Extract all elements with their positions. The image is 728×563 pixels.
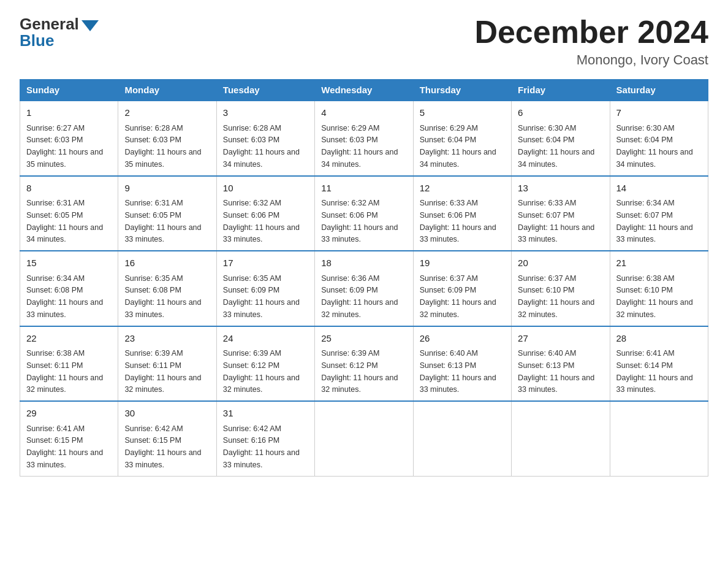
day-number: 19 xyxy=(420,256,505,270)
day-info: Sunrise: 6:30 AMSunset: 6:04 PMDaylight:… xyxy=(518,124,594,169)
day-number: 7 xyxy=(616,106,702,120)
calendar-cell: 1Sunrise: 6:27 AMSunset: 6:03 PMDaylight… xyxy=(20,101,118,176)
header-thursday: Thursday xyxy=(413,80,511,101)
calendar-cell: 26Sunrise: 6:40 AMSunset: 6:13 PMDayligh… xyxy=(413,326,511,402)
calendar-cell: 12Sunrise: 6:33 AMSunset: 6:06 PMDayligh… xyxy=(413,176,511,251)
day-info: Sunrise: 6:34 AMSunset: 6:08 PMDaylight:… xyxy=(26,274,103,319)
day-number: 26 xyxy=(420,332,505,346)
calendar-cell: 9Sunrise: 6:31 AMSunset: 6:05 PMDaylight… xyxy=(118,176,216,251)
calendar-table: SundayMondayTuesdayWednesdayThursdayFrid… xyxy=(20,79,708,477)
calendar-cell: 21Sunrise: 6:38 AMSunset: 6:10 PMDayligh… xyxy=(610,251,708,326)
day-info: Sunrise: 6:39 AMSunset: 6:12 PMDaylight:… xyxy=(223,349,300,394)
calendar-cell: 5Sunrise: 6:29 AMSunset: 6:04 PMDaylight… xyxy=(413,101,511,176)
title-area: December 2024 Monongo, Ivory Coast xyxy=(474,15,708,68)
calendar-week-row: 22Sunrise: 6:38 AMSunset: 6:11 PMDayligh… xyxy=(20,326,708,402)
calendar-week-row: 1Sunrise: 6:27 AMSunset: 6:03 PMDaylight… xyxy=(20,101,708,176)
day-number: 10 xyxy=(223,182,308,196)
day-info: Sunrise: 6:29 AMSunset: 6:04 PMDaylight:… xyxy=(420,124,496,169)
calendar-cell: 8Sunrise: 6:31 AMSunset: 6:05 PMDaylight… xyxy=(20,176,118,251)
day-number: 18 xyxy=(321,256,406,270)
location-subtitle: Monongo, Ivory Coast xyxy=(474,52,708,68)
calendar-cell: 29Sunrise: 6:41 AMSunset: 6:15 PMDayligh… xyxy=(20,401,118,476)
day-number: 24 xyxy=(223,332,308,346)
day-info: Sunrise: 6:39 AMSunset: 6:11 PMDaylight:… xyxy=(124,349,201,394)
day-number: 2 xyxy=(124,106,210,120)
day-info: Sunrise: 6:31 AMSunset: 6:05 PMDaylight:… xyxy=(124,199,201,243)
page-title: December 2024 xyxy=(474,15,708,50)
calendar-cell: 22Sunrise: 6:38 AMSunset: 6:11 PMDayligh… xyxy=(20,326,118,402)
day-number: 30 xyxy=(124,407,210,421)
day-number: 9 xyxy=(124,182,210,196)
calendar-week-row: 8Sunrise: 6:31 AMSunset: 6:05 PMDaylight… xyxy=(20,176,708,251)
header-monday: Monday xyxy=(118,80,216,101)
day-info: Sunrise: 6:35 AMSunset: 6:09 PMDaylight:… xyxy=(223,274,300,319)
day-info: Sunrise: 6:32 AMSunset: 6:06 PMDaylight:… xyxy=(321,199,398,243)
calendar-cell: 7Sunrise: 6:30 AMSunset: 6:04 PMDaylight… xyxy=(610,101,708,176)
day-info: Sunrise: 6:42 AMSunset: 6:16 PMDaylight:… xyxy=(223,424,300,469)
day-info: Sunrise: 6:38 AMSunset: 6:10 PMDaylight:… xyxy=(616,274,693,319)
day-number: 6 xyxy=(518,106,603,120)
day-number: 3 xyxy=(223,106,308,120)
day-info: Sunrise: 6:40 AMSunset: 6:13 PMDaylight:… xyxy=(518,349,594,394)
day-info: Sunrise: 6:28 AMSunset: 6:03 PMDaylight:… xyxy=(223,124,300,169)
day-number: 5 xyxy=(420,106,505,120)
page-header: General Blue December 2024 Monongo, Ivor… xyxy=(20,15,708,68)
calendar-cell: 17Sunrise: 6:35 AMSunset: 6:09 PMDayligh… xyxy=(216,251,314,326)
day-number: 1 xyxy=(26,106,112,120)
calendar-cell: 10Sunrise: 6:32 AMSunset: 6:06 PMDayligh… xyxy=(216,176,314,251)
header-saturday: Saturday xyxy=(610,80,708,101)
day-number: 29 xyxy=(26,407,112,421)
day-info: Sunrise: 6:41 AMSunset: 6:14 PMDaylight:… xyxy=(616,349,693,394)
logo-arrow-icon xyxy=(82,20,99,31)
calendar-cell: 2Sunrise: 6:28 AMSunset: 6:03 PMDaylight… xyxy=(118,101,216,176)
calendar-cell: 28Sunrise: 6:41 AMSunset: 6:14 PMDayligh… xyxy=(610,326,708,402)
day-number: 28 xyxy=(616,332,702,346)
day-number: 17 xyxy=(223,256,308,270)
day-info: Sunrise: 6:42 AMSunset: 6:15 PMDaylight:… xyxy=(124,424,201,469)
calendar-header-row: SundayMondayTuesdayWednesdayThursdayFrid… xyxy=(20,80,708,101)
day-number: 8 xyxy=(26,182,112,196)
header-sunday: Sunday xyxy=(20,80,118,101)
day-info: Sunrise: 6:39 AMSunset: 6:12 PMDaylight:… xyxy=(321,349,398,394)
calendar-cell xyxy=(315,401,413,476)
calendar-cell: 13Sunrise: 6:33 AMSunset: 6:07 PMDayligh… xyxy=(512,176,610,251)
day-info: Sunrise: 6:38 AMSunset: 6:11 PMDaylight:… xyxy=(26,349,103,394)
calendar-cell xyxy=(610,401,708,476)
calendar-cell: 25Sunrise: 6:39 AMSunset: 6:12 PMDayligh… xyxy=(315,326,413,402)
day-info: Sunrise: 6:33 AMSunset: 6:07 PMDaylight:… xyxy=(518,199,594,243)
day-number: 14 xyxy=(616,182,702,196)
day-number: 16 xyxy=(124,256,210,270)
calendar-cell: 6Sunrise: 6:30 AMSunset: 6:04 PMDaylight… xyxy=(512,101,610,176)
calendar-week-row: 15Sunrise: 6:34 AMSunset: 6:08 PMDayligh… xyxy=(20,251,708,326)
calendar-cell xyxy=(413,401,511,476)
day-info: Sunrise: 6:37 AMSunset: 6:10 PMDaylight:… xyxy=(518,274,594,319)
header-tuesday: Tuesday xyxy=(216,80,314,101)
calendar-cell: 23Sunrise: 6:39 AMSunset: 6:11 PMDayligh… xyxy=(118,326,216,402)
calendar-week-row: 29Sunrise: 6:41 AMSunset: 6:15 PMDayligh… xyxy=(20,401,708,476)
calendar-cell: 4Sunrise: 6:29 AMSunset: 6:03 PMDaylight… xyxy=(315,101,413,176)
calendar-cell xyxy=(512,401,610,476)
day-number: 15 xyxy=(26,256,112,270)
calendar-cell: 16Sunrise: 6:35 AMSunset: 6:08 PMDayligh… xyxy=(118,251,216,326)
day-number: 22 xyxy=(26,332,112,346)
day-number: 20 xyxy=(518,256,603,270)
calendar-cell: 18Sunrise: 6:36 AMSunset: 6:09 PMDayligh… xyxy=(315,251,413,326)
calendar-cell: 30Sunrise: 6:42 AMSunset: 6:15 PMDayligh… xyxy=(118,401,216,476)
calendar-cell: 20Sunrise: 6:37 AMSunset: 6:10 PMDayligh… xyxy=(512,251,610,326)
day-number: 27 xyxy=(518,332,603,346)
day-info: Sunrise: 6:28 AMSunset: 6:03 PMDaylight:… xyxy=(124,124,201,169)
day-info: Sunrise: 6:29 AMSunset: 6:03 PMDaylight:… xyxy=(321,124,398,169)
day-number: 13 xyxy=(518,182,603,196)
logo: General Blue xyxy=(20,15,99,50)
day-info: Sunrise: 6:35 AMSunset: 6:08 PMDaylight:… xyxy=(124,274,201,319)
logo-blue-text: Blue xyxy=(20,31,54,50)
day-info: Sunrise: 6:27 AMSunset: 6:03 PMDaylight:… xyxy=(26,124,103,169)
calendar-cell: 15Sunrise: 6:34 AMSunset: 6:08 PMDayligh… xyxy=(20,251,118,326)
calendar-cell: 24Sunrise: 6:39 AMSunset: 6:12 PMDayligh… xyxy=(216,326,314,402)
day-number: 25 xyxy=(321,332,406,346)
day-info: Sunrise: 6:41 AMSunset: 6:15 PMDaylight:… xyxy=(26,424,103,469)
day-number: 31 xyxy=(223,407,308,421)
day-number: 21 xyxy=(616,256,702,270)
calendar-cell: 31Sunrise: 6:42 AMSunset: 6:16 PMDayligh… xyxy=(216,401,314,476)
header-friday: Friday xyxy=(512,80,610,101)
